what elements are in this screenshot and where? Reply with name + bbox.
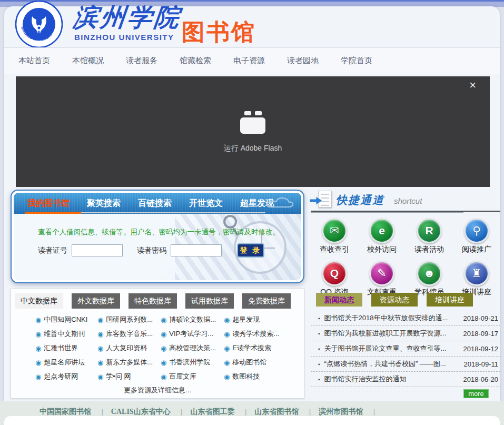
footer-separator: | — [309, 408, 311, 416]
db-bullet-icon: ◉ — [161, 359, 166, 367]
news-item[interactable]: ▪ 关于图书馆开展论文查重、查收查引等... 2018-09-12 — [311, 341, 500, 357]
qq-consult-icon: Q — [322, 261, 347, 286]
reader-id-input[interactable] — [72, 244, 123, 256]
db-link[interactable]: ◉ 读秀学术搜索... — [224, 329, 287, 339]
db-tab[interactable]: 中文数据库 — [15, 293, 63, 309]
db-link[interactable]: ◉ 人大复印资料 — [97, 343, 161, 353]
db-link[interactable]: ◉ 移动图书馆 — [224, 358, 287, 367]
db-tab[interactable]: 免费数据库 — [242, 293, 291, 309]
login-body: 查看个人借阅信息、续借等。用户名、密码均为一卡通号，密码请及时修改。 读者证号 … — [14, 214, 301, 280]
news-item[interactable]: ▪ 图书馆为我校新进教职工开展数字资源... 2018-09-17 — [311, 326, 500, 341]
shortcut-grid: ✉ 查收查引 e 校外访问 R 读者活动 ⚲ 阅读推广 Q QQ 咨询 — [311, 218, 500, 297]
footer-link[interactable]: 滨州市图书馆 — [319, 408, 363, 416]
login-button[interactable]: 登 录 — [237, 243, 264, 258]
db-bullet-icon: ◉ — [224, 330, 230, 338]
login-tab[interactable]: 百链搜索 — [138, 198, 172, 209]
db-link[interactable]: ◉ E读学术搜索 — [224, 343, 287, 353]
db-link[interactable]: ◉ 书香滨州学院 — [161, 358, 224, 367]
login-tab[interactable]: 开世览文 — [189, 198, 223, 209]
university-name-calligraphy: 滨州学院 — [72, 1, 183, 34]
db-link[interactable]: ◉ 新东方多媒体... — [97, 358, 161, 367]
university-logo[interactable]: BINZHOU UNIVERSITY — [15, 1, 63, 48]
db-link[interactable]: ◉ 百度文库 — [161, 372, 224, 381]
news-tab[interactable]: 资源动态 — [371, 293, 418, 307]
db-link[interactable]: ◉ 维普中文期刊 — [35, 329, 97, 339]
db-link[interactable]: ◉ 高校管理决策... — [161, 343, 224, 353]
magnifier-decoration — [223, 215, 237, 229]
shortcut-header: 快捷通道 shortcut — [311, 190, 500, 212]
news-item[interactable]: ▪ 图书馆实行治安监控的通知 2018-06-20 — [311, 372, 500, 387]
login-tabbar: 我的图书馆聚英搜索百链搜索开世览文超星发现 — [14, 193, 301, 214]
db-link[interactable]: ◉ 数图科技 — [224, 372, 287, 381]
db-bullet-icon: ◉ — [35, 344, 41, 352]
login-notice: 查看个人借阅信息、续借等。用户名、密码均为一卡通号，密码请及时修改。 — [38, 228, 280, 237]
db-tab[interactable]: 外文数据库 — [72, 293, 120, 309]
nav-item[interactable]: 读者服务 — [126, 56, 157, 66]
db-link[interactable]: ◉ 汇雅书世界 — [35, 343, 97, 353]
shortcut-item[interactable]: R 读者活动 — [406, 218, 453, 254]
footer-link[interactable]: 山东省图工委 — [190, 408, 234, 416]
reader-password-label: 读者密码 — [137, 246, 166, 255]
university-logo-emblem: BINZHOU UNIVERSITY — [15, 1, 63, 48]
footer-separator: | — [101, 408, 103, 416]
news-date: 2018-09-21 — [463, 314, 499, 322]
training-lecture-icon: ♜ — [464, 261, 489, 286]
news-tab[interactable]: 培训讲座 — [427, 293, 473, 307]
shortcut-item[interactable]: e 校外访问 — [358, 218, 406, 254]
db-link[interactable]: ◉ VIP考试学习... — [161, 329, 224, 339]
reader-password-input[interactable] — [171, 244, 222, 256]
db-link[interactable]: ◉ 超星名师讲坛 — [35, 358, 97, 367]
db-tab[interactable]: 特色数据库 — [129, 293, 177, 309]
news-date: 2018-09-12 — [463, 345, 499, 353]
nav-item[interactable]: 学院首页 — [341, 56, 372, 66]
university-name-en: BINZHOU UNIVERSITY — [74, 33, 174, 42]
nav-item[interactable]: 电子资源 — [233, 56, 265, 66]
shortcut-title-en: shortcut — [394, 196, 422, 205]
db-bullet-icon: ◉ — [161, 344, 166, 352]
database-links: ◉ 中国知网CNKI ◉ 国研网系列数... ◉ 博硕论文数据... ◉ 超星发… — [35, 315, 304, 381]
db-bullet-icon: ◉ — [35, 373, 41, 381]
footer-separator: | — [181, 408, 182, 416]
shortcut-title-zh: 快捷通道 — [336, 193, 384, 207]
reader-activity-icon: R — [417, 218, 442, 243]
nav-item[interactable]: 本站首页 — [18, 56, 50, 66]
footer-link[interactable]: 中国国家图书馆 — [39, 408, 91, 416]
db-link[interactable]: ◉ 中国知网CNKI — [35, 315, 97, 324]
news-title: 图书馆为我校新进教职工开展数字资源... — [324, 329, 463, 338]
nav-item[interactable]: 读者园地 — [287, 56, 319, 66]
db-bullet-icon: ◉ — [161, 316, 166, 324]
news-more-button[interactable]: more — [463, 389, 489, 398]
db-link[interactable]: ◉ 库客数字音乐... — [97, 329, 161, 339]
news-title: 图书馆关于2018年中秋节放假安排的通... — [324, 313, 463, 323]
db-link[interactable]: ◉ 超星发现 — [224, 315, 287, 324]
news-item[interactable]: ▪ 图书馆关于2018年中秋节放假安排的通... 2018-09-21 — [311, 311, 500, 326]
db-link[interactable]: ◉ 起点考研网 — [35, 372, 97, 381]
footer-link[interactable]: CALIS山东省中心 — [111, 408, 171, 416]
footer-links: 中国国家图书馆 | CALIS山东省中心 | 山东省图工委 | 山东省图书馆 |… — [0, 401, 504, 417]
close-icon[interactable]: × — [469, 80, 476, 91]
more-resources-link[interactable]: 更多资源及详细信息... — [11, 386, 304, 395]
db-bullet-icon: ◉ — [97, 316, 103, 324]
plagiarism-check-icon: ✎ — [369, 261, 394, 286]
news-date: 2018-09-17 — [463, 330, 499, 338]
db-link[interactable]: ◉ 博硕论文数据... — [161, 315, 224, 324]
news-tab[interactable]: 新闻动态 — [316, 293, 362, 307]
cloud-decoration — [265, 197, 294, 211]
nav-item[interactable]: 馆藏检索 — [180, 56, 211, 66]
db-link[interactable]: ◉ 学•问 网 — [97, 372, 161, 381]
login-tab[interactable]: 聚英搜索 — [87, 198, 121, 209]
footer-link[interactable]: 山东省图书馆 — [254, 408, 299, 416]
citation-search-icon: ✉ — [322, 218, 347, 243]
shortcut-item[interactable]: ⚲ 阅读推广 — [453, 218, 500, 254]
shortcut-item[interactable]: ✉ 查收查引 — [311, 218, 358, 254]
news-item[interactable]: ▪ “点燃读书热情，共建书香校园” ——图... 2018-09-11 — [311, 357, 500, 372]
db-link[interactable]: ◉ 国研网系列数... — [97, 315, 161, 324]
flash-banner-placeholder[interactable]: × 运行 Adobe Flash — [16, 76, 490, 187]
news-date: 2018-06-20 — [463, 375, 499, 383]
db-tab[interactable]: 试用数据库 — [185, 293, 234, 309]
db-bullet-icon: ◉ — [161, 373, 166, 381]
database-tabs: 中文数据库外文数据库特色数据库试用数据库免费数据库 — [11, 289, 304, 309]
login-tab[interactable]: 我的图书馆 — [27, 198, 70, 209]
nav-item[interactable]: 本馆概况 — [72, 56, 104, 66]
news-tabs: 新闻动态资源动态培训讲座 — [311, 289, 500, 307]
